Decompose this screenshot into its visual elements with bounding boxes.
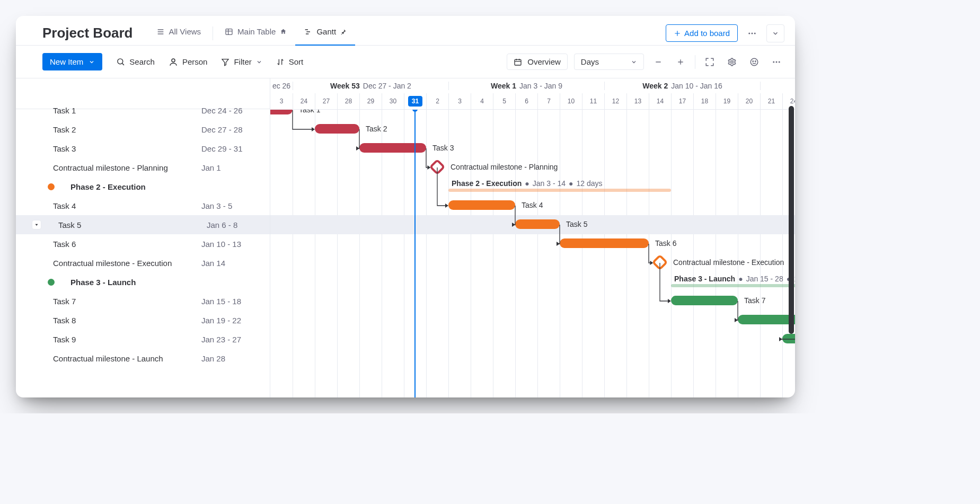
day-header[interactable]: 3 (270, 93, 293, 109)
task-row[interactable]: Task 7Jan 15 - 18 (16, 291, 270, 311)
day-header[interactable]: 14 (649, 93, 671, 109)
gantt-row: Phase 2 - Execution●Jan 3 - 14●12 days (270, 177, 795, 196)
all-views-tab[interactable]: All Views (148, 21, 210, 46)
fullscreen-button[interactable] (702, 54, 718, 70)
group-name: Phase 3 - Launch (70, 278, 208, 287)
day-header[interactable]: 4 (471, 93, 493, 109)
svg-point-28 (755, 60, 756, 61)
task-bar[interactable] (515, 219, 560, 229)
milestone-row[interactable]: Contractual milestone - ExecutionJan 14 (16, 253, 270, 272)
task-name: Task 9 (53, 335, 191, 344)
new-item-button[interactable]: New Item (42, 53, 102, 70)
day-header[interactable]: 10 (560, 93, 582, 109)
more-menu-button[interactable] (743, 24, 761, 42)
task-bar[interactable] (560, 238, 649, 248)
svg-point-31 (779, 61, 780, 63)
vertical-scrollbar[interactable] (789, 106, 794, 334)
day-header[interactable]: 13 (626, 93, 649, 109)
day-header[interactable]: 28 (337, 93, 359, 109)
day-header[interactable]: 17 (671, 93, 693, 109)
task-row[interactable]: Task 9Jan 23 - 27 (16, 330, 270, 349)
day-header[interactable]: 19 (716, 93, 738, 109)
day-header[interactable]: 6 (515, 93, 537, 109)
task-bar[interactable] (270, 109, 293, 114)
milestone-label: Contractual milestone - Execution (673, 258, 784, 267)
task-row[interactable]: Task 8Jan 19 - 22 (16, 311, 270, 330)
overview-toggle[interactable]: Overview (507, 54, 568, 70)
milestone-row[interactable]: Contractual milestone - LaunchJan 28 (16, 349, 270, 368)
tab-main-table[interactable]: Main Table (216, 21, 295, 46)
timescale-select[interactable]: Days (574, 54, 644, 70)
person-label: Person (182, 57, 208, 66)
day-header[interactable]: 24 (293, 93, 315, 109)
day-header[interactable]: 12 (604, 93, 626, 109)
task-list-rows: Task 1Dec 24 - 26Task 2Dec 27 - 28Task 3… (16, 101, 270, 368)
settings-button[interactable] (724, 54, 740, 70)
task-row[interactable]: Task 2Dec 27 - 28 (16, 120, 270, 139)
task-date: Dec 24 - 26 (201, 106, 243, 115)
feedback-button[interactable] (746, 54, 762, 70)
day-header[interactable]: 7 (537, 93, 560, 109)
group-summary-label: Phase 3 - Launch●Jan 15 - 28●14 days (674, 275, 795, 283)
timeline-pane[interactable]: ec 26Week 53Dec 27 - Jan 2Week 1Jan 3 - … (270, 78, 795, 397)
task-bar-label: Task 5 (566, 219, 587, 229)
tab-gantt[interactable]: Gantt (295, 21, 355, 46)
day-header[interactable]: 21 (760, 93, 782, 109)
day-header[interactable]: 29 (359, 93, 382, 109)
day-header[interactable]: 18 (693, 93, 716, 109)
gantt-row: Task 4 (270, 196, 795, 215)
sort-label: Sort (289, 57, 304, 66)
search-button[interactable]: Search (116, 57, 155, 66)
task-bar[interactable] (448, 200, 515, 210)
day-header[interactable]: 20 (738, 93, 760, 109)
task-bar[interactable] (738, 315, 795, 324)
svg-point-13 (754, 32, 756, 34)
milestone-diamond[interactable] (429, 158, 445, 175)
task-name: Task 1 (53, 106, 191, 115)
expand-toggle[interactable] (32, 220, 41, 229)
zoom-in-button[interactable] (673, 54, 688, 70)
day-header[interactable]: 3 (448, 93, 471, 109)
collapse-button[interactable] (766, 24, 784, 42)
day-header[interactable]: 31 (404, 93, 426, 109)
day-header[interactable]: 30 (382, 93, 404, 109)
group-summary-bar[interactable] (448, 189, 671, 192)
filter-button[interactable]: Filter (221, 57, 262, 66)
task-bar[interactable] (315, 124, 359, 134)
day-header[interactable]: 2 (426, 93, 448, 109)
task-row[interactable]: Task 3Dec 29 - 31 (16, 139, 270, 158)
task-row[interactable]: Task 5Jan 6 - 8 (16, 215, 270, 234)
task-bar[interactable] (359, 143, 426, 153)
task-bar[interactable] (782, 334, 795, 343)
person-filter-button[interactable]: Person (169, 57, 208, 67)
task-name: Task 2 (53, 125, 191, 134)
task-name: Task 3 (53, 144, 191, 153)
milestone-row[interactable]: Contractual milestone - PlanningJan 1 (16, 158, 270, 177)
task-row[interactable]: Task 6Jan 10 - 13 (16, 234, 270, 253)
gantt-row: Contractual milestone - Planning (270, 158, 795, 177)
day-header[interactable]: 5 (493, 93, 515, 109)
board-title[interactable]: Project Board (42, 25, 133, 41)
pin-icon (340, 29, 347, 35)
task-bar[interactable] (671, 296, 738, 305)
gantt-row: Task 7 (270, 291, 795, 311)
day-header[interactable]: 27 (315, 93, 337, 109)
task-row[interactable]: Task 4Jan 3 - 5 (16, 196, 270, 215)
task-row[interactable]: Task 1Dec 24 - 26 (16, 101, 270, 120)
svg-point-26 (751, 58, 758, 66)
task-date: Jan 28 (201, 354, 225, 363)
group-row[interactable]: Phase 3 - Launch (16, 272, 270, 291)
task-name: Task 4 (53, 201, 191, 210)
filter-icon (221, 58, 229, 66)
zoom-out-button[interactable] (650, 54, 666, 70)
task-name: Task 5 (58, 220, 196, 229)
more-options-button[interactable] (769, 54, 784, 70)
milestone-diamond[interactable] (651, 254, 668, 270)
group-row[interactable]: Phase 2 - Execution (16, 177, 270, 196)
task-date: Dec 29 - 31 (201, 144, 243, 153)
group-summary-bar[interactable] (671, 284, 795, 287)
new-item-label: New Item (50, 57, 83, 66)
day-header[interactable]: 11 (582, 93, 604, 109)
sort-button[interactable]: Sort (276, 57, 304, 66)
add-to-board-button[interactable]: Add to board (666, 24, 738, 42)
